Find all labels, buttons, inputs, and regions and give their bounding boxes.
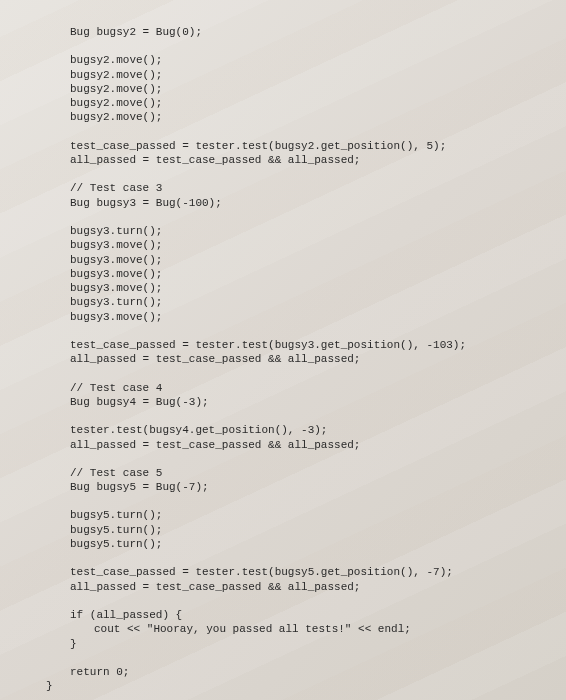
code-line — [70, 452, 566, 466]
code-line: bugsy2.move(); — [70, 53, 566, 67]
code-block: Bug bugsy2 = Bug(0);bugsy2.move();bugsy2… — [70, 25, 566, 693]
code-line: test_case_passed = tester.test(bugsy3.ge… — [70, 338, 566, 352]
code-line: bugsy3.turn(); — [70, 295, 566, 309]
code-line — [70, 651, 566, 665]
code-line — [70, 551, 566, 565]
code-line: Bug bugsy2 = Bug(0); — [70, 25, 566, 39]
code-line — [70, 367, 566, 381]
code-line: bugsy3.move(); — [70, 281, 566, 295]
code-line: bugsy2.move(); — [70, 68, 566, 82]
code-line: // Test case 3 — [70, 181, 566, 195]
code-line — [70, 210, 566, 224]
code-line: bugsy5.turn(); — [70, 523, 566, 537]
code-line: bugsy3.move(); — [70, 253, 566, 267]
code-line: return 0; — [70, 665, 566, 679]
code-line: test_case_passed = tester.test(bugsy5.ge… — [70, 565, 566, 579]
code-line: bugsy3.move(); — [70, 238, 566, 252]
code-line: // Test case 4 — [70, 381, 566, 395]
code-line: bugsy3.move(); — [70, 310, 566, 324]
code-line: bugsy3.turn(); — [70, 224, 566, 238]
code-line: Bug bugsy5 = Bug(-7); — [70, 480, 566, 494]
code-line: bugsy5.turn(); — [70, 537, 566, 551]
code-line: bugsy2.move(); — [70, 96, 566, 110]
code-line: cout << "Hooray, you passed all tests!" … — [70, 622, 566, 636]
code-line: all_passed = test_case_passed && all_pas… — [70, 580, 566, 594]
code-line — [70, 39, 566, 53]
code-line — [70, 125, 566, 139]
code-line: // Test case 5 — [70, 466, 566, 480]
code-line — [70, 409, 566, 423]
code-line: bugsy2.move(); — [70, 110, 566, 124]
code-line: bugsy3.move(); — [70, 267, 566, 281]
code-line: all_passed = test_case_passed && all_pas… — [70, 352, 566, 366]
code-line — [70, 494, 566, 508]
code-line: if (all_passed) { — [70, 608, 566, 622]
code-line: bugsy5.turn(); — [70, 508, 566, 522]
code-line: all_passed = test_case_passed && all_pas… — [70, 438, 566, 452]
code-line: } — [46, 679, 566, 693]
code-line: Bug bugsy3 = Bug(-100); — [70, 196, 566, 210]
code-line — [70, 167, 566, 181]
code-line: test_case_passed = tester.test(bugsy2.ge… — [70, 139, 566, 153]
code-line: } — [70, 637, 566, 651]
code-line: bugsy2.move(); — [70, 82, 566, 96]
code-line: all_passed = test_case_passed && all_pas… — [70, 153, 566, 167]
code-line: tester.test(bugsy4.get_position(), -3); — [70, 423, 566, 437]
code-line — [70, 324, 566, 338]
code-line — [70, 594, 566, 608]
code-line: Bug bugsy4 = Bug(-3); — [70, 395, 566, 409]
